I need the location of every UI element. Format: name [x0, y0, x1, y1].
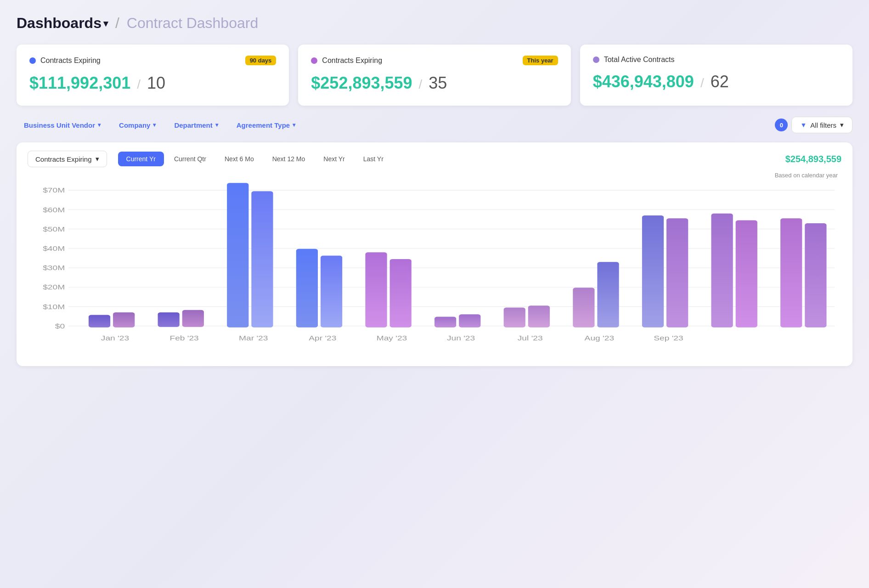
card-amount-2: $252,893,559 [311, 74, 412, 93]
card-count-1: 10 [147, 74, 165, 93]
chart-type-dropdown[interactable]: Contracts Expiring ▾ [28, 151, 107, 167]
tab-next-yr[interactable]: Next Yr [315, 152, 353, 166]
chart-container: $0 $10M $20M $30M $40M $50M $60M $70M Ja… [28, 181, 841, 355]
card-title-3: Total Active Contracts [604, 56, 840, 64]
card-dot-blue [29, 57, 36, 64]
bar-jul-1 [504, 308, 525, 328]
bar-jun-1 [434, 317, 456, 328]
svg-text:$60M: $60M [43, 206, 65, 214]
filters-row: Business Unit Vendor ▾ Company ▾ Departm… [17, 117, 852, 133]
svg-text:Feb '23: Feb '23 [169, 335, 198, 342]
card-total-active: Total Active Contracts $436,943,809 / 62 [580, 45, 852, 106]
bar-jan-2 [113, 312, 135, 328]
bar-sep-2 [666, 218, 688, 328]
card-title-2: Contracts Expiring [322, 57, 518, 65]
filter-icon: ▼ [800, 121, 807, 129]
svg-text:Apr '23: Apr '23 [309, 335, 336, 342]
filter-active-count: 0 [775, 119, 788, 131]
card-expiring-thisyear: Contracts Expiring This year $252,893,55… [298, 45, 570, 106]
card-dot-lavender [593, 57, 599, 63]
card-badge-1: 90 days [245, 56, 276, 65]
chart-note: Based on calendar year [28, 172, 841, 179]
filter-label-3: Department [174, 121, 212, 129]
card-expiring-90: Contracts Expiring 90 days $111,992,301 … [17, 45, 289, 106]
all-filters-label: All filters [810, 121, 836, 129]
bar-oct-2 [736, 220, 757, 328]
chart-card: Contracts Expiring ▾ Current Yr Current … [17, 142, 852, 366]
chart-toolbar: Contracts Expiring ▾ Current Yr Current … [17, 142, 852, 167]
filter-business-unit-vendor[interactable]: Business Unit Vendor ▾ [17, 118, 108, 133]
bar-oct-1 [711, 214, 733, 328]
chart-area: Based on calendar year [17, 167, 852, 366]
bar-apr-2 [321, 256, 342, 328]
filter-chevron-3: ▾ [215, 122, 218, 128]
card-amount-1: $111,992,301 [29, 74, 130, 93]
card-count-2: 35 [429, 74, 447, 93]
bar-feb-1 [158, 312, 180, 327]
svg-text:Sep '23: Sep '23 [654, 335, 683, 342]
tab-last-yr[interactable]: Last Yr [355, 152, 392, 166]
svg-text:May '23: May '23 [377, 335, 407, 342]
chart-dropdown-chevron: ▾ [96, 155, 99, 163]
card-amount-3: $436,943,809 [593, 72, 694, 91]
filter-label-2: Company [119, 121, 150, 129]
tab-current-yr[interactable]: Current Yr [118, 152, 164, 166]
filter-department[interactable]: Department ▾ [167, 118, 225, 133]
app-title[interactable]: Dashboards ▾ [17, 15, 108, 32]
dashboards-chevron: ▾ [103, 18, 108, 29]
card-count-3: 62 [711, 72, 729, 91]
card-badge-2: This year [523, 56, 558, 65]
svg-text:$0: $0 [55, 323, 65, 330]
bar-may-2 [390, 259, 412, 328]
svg-text:Jul '23: Jul '23 [518, 335, 543, 342]
bar-nov-1 [780, 218, 802, 328]
title-separator: / [115, 15, 119, 32]
bar-sep-1 [642, 215, 664, 328]
page-title: Contract Dashboard [127, 15, 258, 32]
bar-chart: $0 $10M $20M $30M $40M $50M $60M $70M Ja… [28, 181, 841, 355]
filter-chevron-1: ▾ [98, 122, 101, 128]
card-dot-purple [311, 57, 317, 64]
filter-chevron-2: ▾ [153, 122, 156, 128]
svg-text:Jan '23: Jan '23 [101, 335, 129, 342]
tab-next-6-mo[interactable]: Next 6 Mo [216, 152, 262, 166]
page-header: Dashboards ▾ / Contract Dashboard [17, 15, 852, 32]
bar-mar-1 [227, 183, 248, 328]
svg-text:$10M: $10M [43, 303, 65, 311]
filter-agreement-type[interactable]: Agreement Type ▾ [229, 118, 303, 133]
filter-label-4: Agreement Type [237, 121, 290, 129]
svg-text:Jun '23: Jun '23 [447, 335, 475, 342]
chart-dropdown-label: Contracts Expiring [35, 155, 92, 163]
svg-text:$70M: $70M [43, 187, 65, 194]
tab-next-12-mo[interactable]: Next 12 Mo [264, 152, 314, 166]
filter-label-1: Business Unit Vendor [24, 121, 95, 129]
period-tabs: Current Yr Current Qtr Next 6 Mo Next 12… [118, 152, 785, 166]
bar-jul-2 [528, 305, 550, 328]
bar-aug-2 [597, 262, 619, 328]
summary-cards: Contracts Expiring 90 days $111,992,301 … [17, 45, 852, 106]
filter-company[interactable]: Company ▾ [112, 118, 163, 133]
tab-current-qtr[interactable]: Current Qtr [166, 152, 214, 166]
bar-jun-2 [459, 314, 480, 328]
filter-chevron-4: ▾ [293, 122, 295, 128]
bar-aug-1 [573, 288, 594, 328]
svg-text:$20M: $20M [43, 284, 65, 291]
all-filters-button[interactable]: ▼ All filters ▾ [791, 117, 852, 133]
chart-total-value: $254,893,559 [785, 154, 841, 164]
bar-apr-1 [296, 249, 318, 328]
bar-mar-2 [251, 191, 273, 328]
svg-text:$40M: $40M [43, 245, 65, 253]
dashboards-label: Dashboards [17, 15, 102, 32]
svg-text:$50M: $50M [43, 226, 65, 233]
bar-nov-2 [805, 223, 826, 328]
all-filters-chevron: ▾ [840, 121, 844, 129]
bar-may-1 [365, 252, 387, 328]
svg-text:$30M: $30M [43, 265, 65, 272]
bar-jan-1 [89, 315, 110, 327]
bar-feb-2 [182, 310, 204, 327]
card-title-1: Contracts Expiring [40, 57, 241, 65]
svg-text:Mar '23: Mar '23 [239, 335, 268, 342]
svg-text:Aug '23: Aug '23 [585, 335, 614, 342]
